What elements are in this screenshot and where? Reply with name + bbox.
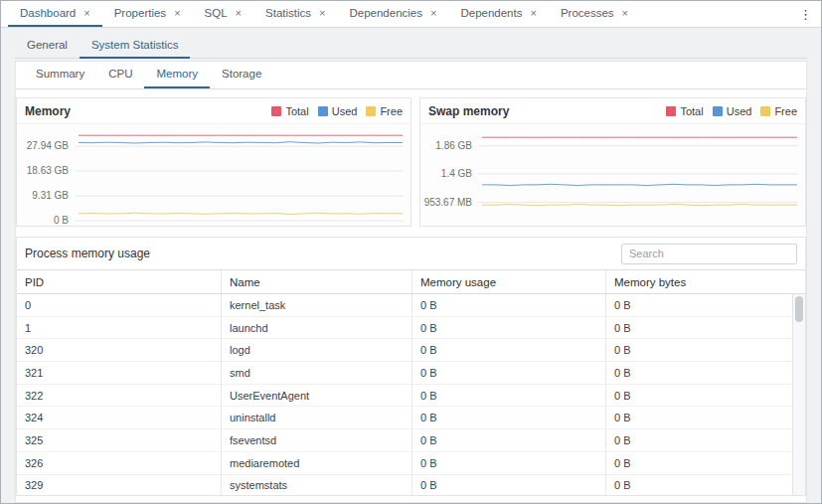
pgadmin-dashboard-window: Dashboard×Properties×SQL×Statistics×Depe… <box>0 0 822 504</box>
table-cell: 326 <box>17 452 222 474</box>
tab-close-icon[interactable]: × <box>530 8 536 19</box>
window-tabs-strip: Dashboard×Properties×SQL×Statistics×Depe… <box>8 1 640 27</box>
window-tab-dependents[interactable]: Dependents× <box>448 1 548 27</box>
table-row[interactable]: 325fseventsd0 B0 B <box>17 429 805 452</box>
used-swatch-icon <box>713 106 723 116</box>
legend-label: Total <box>285 105 308 117</box>
tab-close-icon[interactable]: × <box>174 8 180 19</box>
tab-close-icon[interactable]: × <box>622 8 628 19</box>
table-cell: 0 B <box>606 429 805 451</box>
table-row[interactable]: 321smd0 B0 B <box>17 362 805 385</box>
window-tab-label: Dashboard <box>20 7 76 19</box>
table-row[interactable]: 0kernel_task0 B0 B <box>17 294 805 317</box>
column-header-pid[interactable]: PID <box>17 270 222 293</box>
legend-label: Free <box>380 105 403 117</box>
tab-close-icon[interactable]: × <box>236 8 242 19</box>
tab-close-icon[interactable]: × <box>83 8 89 19</box>
legend-label: Used <box>727 105 752 117</box>
legend-item-free: Free <box>366 105 403 117</box>
table-cell: 324 <box>17 407 222 428</box>
table-header-row: PIDNameMemory usageMemory bytes <box>17 270 805 294</box>
table-cell: 0 B <box>606 475 805 496</box>
table-cell: kernel_task <box>222 294 412 316</box>
subtab-cpu[interactable]: CPU <box>96 62 144 88</box>
window-tab-dependencies[interactable]: Dependencies× <box>337 1 448 27</box>
memory-chart-svg <box>17 124 411 226</box>
chart-legend: TotalUsedFree <box>271 105 403 117</box>
table-cell: 0 B <box>606 452 805 474</box>
charts-row: MemoryTotalUsedFree0 B9.31 GB18.63 GB27.… <box>16 97 806 227</box>
table-cell: 0 B <box>412 452 606 474</box>
subtab-storage[interactable]: Storage <box>210 62 273 88</box>
dashboard-tabs: GeneralSystem Statistics <box>15 34 807 59</box>
table-cell: 0 B <box>606 317 805 339</box>
total-swatch-icon <box>271 106 281 116</box>
legend-item-free: Free <box>760 105 797 117</box>
table-cell: 321 <box>17 362 222 384</box>
table-cell: 1 <box>17 317 222 339</box>
process-memory-usage-panel: Process memory usage PIDNameMemory usage… <box>16 237 806 496</box>
tab-close-icon[interactable]: × <box>430 8 436 19</box>
table-row[interactable]: 329systemstats0 B0 B <box>17 475 805 496</box>
table-cell: 0 B <box>412 317 606 339</box>
window-tab-sql[interactable]: SQL× <box>193 1 253 27</box>
table-cell: systemstats <box>222 475 412 496</box>
legend-item-used: Used <box>318 105 358 117</box>
table-cell: 0 B <box>412 294 606 316</box>
table-cell: 0 B <box>412 385 606 407</box>
tab-system-statistics[interactable]: System Statistics <box>80 34 191 59</box>
table-cell: 320 <box>17 339 222 361</box>
window-tab-label: Dependents <box>460 7 522 19</box>
table-row[interactable]: 326mediaremoted0 B0 B <box>17 452 805 475</box>
table-row[interactable]: 322UserEventAgent0 B0 B <box>17 385 805 408</box>
table-cell: mediaremoted <box>222 452 412 474</box>
vertical-scrollbar-track[interactable] <box>792 294 805 495</box>
total-swatch-icon <box>666 106 676 116</box>
memory-chart-panel: MemoryTotalUsedFree0 B9.31 GB18.63 GB27.… <box>16 97 411 227</box>
table-row[interactable]: 324uninstalld0 B0 B <box>17 407 805 429</box>
window-tab-processes[interactable]: Processes× <box>549 1 640 27</box>
window-tab-label: Processes <box>561 7 614 19</box>
tab-general[interactable]: General <box>15 34 80 59</box>
table-cell: 0 B <box>412 407 606 428</box>
kebab-menu-icon[interactable]: ⋮ <box>799 1 812 28</box>
vertical-scrollbar-thumb[interactable] <box>795 296 803 322</box>
table-cell: 0 B <box>606 339 805 361</box>
table-cell: launchd <box>222 317 412 339</box>
table-cell: 0 <box>17 294 222 316</box>
column-header-name[interactable]: Name <box>222 270 412 293</box>
legend-item-total: Total <box>666 105 703 117</box>
tab-close-icon[interactable]: × <box>319 8 325 19</box>
free-swatch-icon <box>366 106 376 116</box>
dashboard-content: MemoryTotalUsedFree0 B9.31 GB18.63 GB27.… <box>15 89 807 503</box>
table-cell: 0 B <box>606 362 805 384</box>
chart-legend: TotalUsedFree <box>666 105 797 117</box>
search-input[interactable] <box>621 244 797 264</box>
free-swatch-icon <box>760 106 770 116</box>
system-statistics-tabbar: SummaryCPUMemoryStorage <box>15 61 807 89</box>
swap-memory-chart-header: Swap memoryTotalUsedFree <box>420 98 805 124</box>
table-cell: 0 B <box>412 339 606 361</box>
column-header-memory-bytes[interactable]: Memory bytes <box>606 270 805 293</box>
table-cell: 0 B <box>606 294 805 316</box>
subtab-summary[interactable]: Summary <box>24 62 96 88</box>
table-row[interactable]: 320logd0 B0 B <box>17 339 805 362</box>
legend-label: Total <box>680 105 703 117</box>
swap-memory-chart-svg <box>420 124 805 226</box>
process-panel-title: Process memory usage <box>25 247 150 260</box>
window-tab-label: Properties <box>114 7 166 19</box>
window-tab-dashboard[interactable]: Dashboard× <box>8 1 102 27</box>
window-tab-label: SQL <box>205 7 228 19</box>
subtab-memory[interactable]: Memory <box>144 62 210 88</box>
window-tab-properties[interactable]: Properties× <box>102 1 193 27</box>
table-cell: 0 B <box>606 385 805 407</box>
table-row[interactable]: 1launchd0 B0 B <box>17 317 805 340</box>
window-tab-statistics[interactable]: Statistics× <box>253 1 337 27</box>
legend-item-used: Used <box>713 105 752 117</box>
column-header-memory-usage[interactable]: Memory usage <box>412 270 606 293</box>
table-cell: 0 B <box>412 429 606 451</box>
process-table: PIDNameMemory usageMemory bytes 0kernel_… <box>17 269 805 495</box>
legend-item-total: Total <box>271 105 308 117</box>
system-statistics-tabs: SummaryCPUMemoryStorage <box>16 62 806 88</box>
swap-memory-chart-title: Swap memory <box>428 104 509 118</box>
